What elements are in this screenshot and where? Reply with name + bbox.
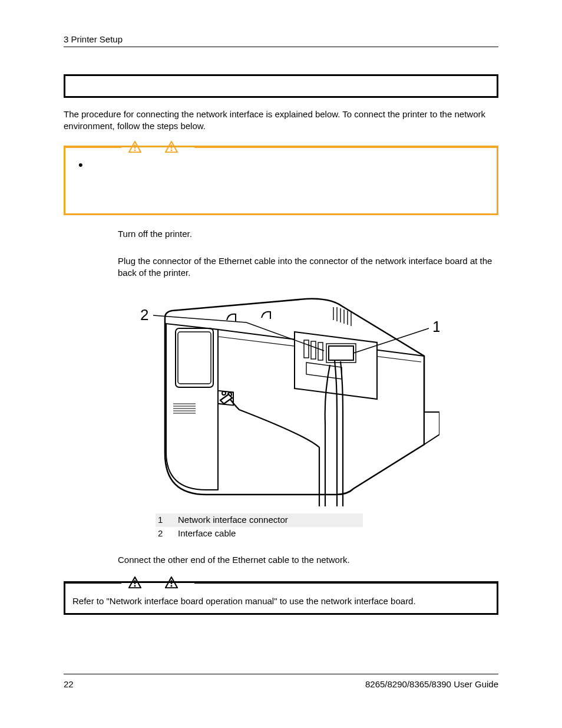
bullet: •	[78, 162, 83, 169]
legend-text: Network interface connector	[178, 514, 288, 526]
figure-legend: 1 Network interface connector 2 Interfac…	[156, 513, 498, 540]
page-number: 22	[64, 679, 74, 689]
warning-icon	[165, 577, 178, 588]
svg-rect-3	[171, 149, 173, 151]
svg-rect-19	[318, 342, 323, 360]
svg-rect-18	[311, 341, 316, 359]
svg-point-23	[222, 391, 226, 395]
caution-box: •	[64, 146, 498, 215]
svg-rect-28	[134, 580, 136, 584]
notes-box: Refer to "Network interface board operat…	[64, 581, 498, 615]
legend-num: 2	[158, 528, 165, 539]
svg-rect-31	[171, 585, 173, 587]
step-1: Turn off the printer.	[118, 228, 498, 240]
svg-rect-30	[171, 580, 173, 584]
notes-header	[65, 577, 497, 588]
legend-row: 1 Network interface connector	[156, 513, 363, 526]
running-header: 3 Printer Setup	[64, 34, 498, 47]
svg-rect-1	[134, 149, 136, 151]
legend-text: Interface cable	[178, 528, 236, 539]
notes-text: Refer to "Network interface board operat…	[72, 596, 416, 606]
page: 3 Printer Setup The procedure for connec…	[0, 0, 562, 728]
callout-2: 2	[140, 306, 148, 324]
caution-header	[65, 141, 497, 153]
section-title-box	[64, 74, 498, 98]
figure: 1 2	[130, 294, 439, 506]
legend-row: 2 Interface cable	[156, 527, 498, 540]
printer-illustration: 1 2	[130, 294, 439, 506]
svg-rect-2	[171, 144, 173, 148]
warning-icon	[128, 141, 141, 153]
step-3: Connect the other end of the Ethernet ca…	[118, 554, 498, 566]
callout-1: 1	[432, 318, 439, 335]
svg-rect-29	[134, 585, 136, 587]
warning-icon	[128, 577, 141, 588]
steps-block: Turn off the printer. Plug the connector…	[118, 228, 498, 566]
step-2: Plug the connector of the Ethernet cable…	[118, 255, 498, 279]
legend-num: 1	[158, 514, 165, 526]
svg-rect-0	[134, 144, 136, 148]
page-footer: 22 8265/8290/8365/8390 User Guide	[64, 674, 498, 689]
doc-title: 8265/8290/8365/8390 User Guide	[365, 679, 498, 689]
intro-paragraph: The procedure for connecting the network…	[64, 108, 498, 133]
warning-icon	[165, 141, 178, 153]
svg-rect-17	[304, 340, 309, 358]
